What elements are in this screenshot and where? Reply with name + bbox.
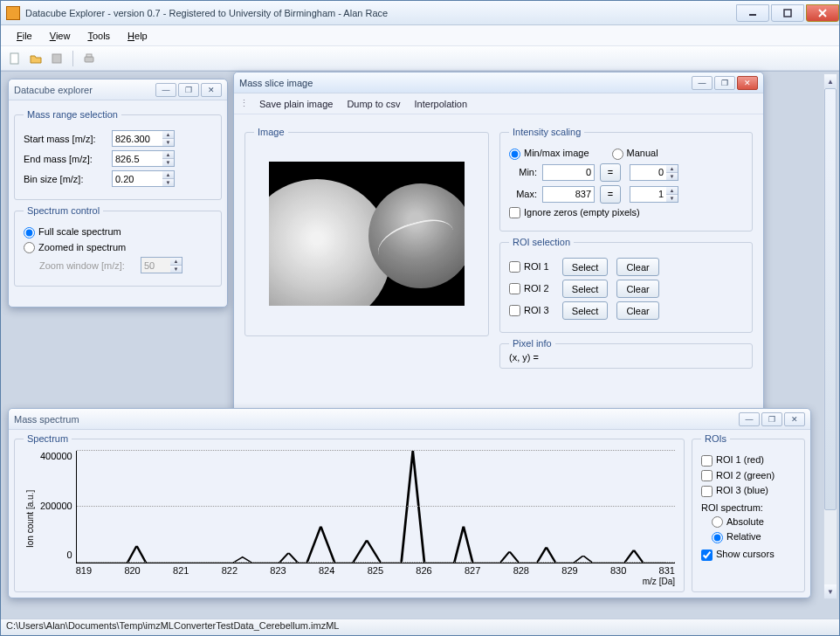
start-mass-input[interactable] xyxy=(112,130,162,147)
rois-legend: ROIs xyxy=(701,433,730,444)
spectrum-minimize[interactable]: — xyxy=(739,412,760,426)
intensity-legend: Intensity scaling xyxy=(509,127,584,137)
svg-rect-7 xyxy=(86,54,92,57)
close-button[interactable] xyxy=(806,4,839,22)
zoom-window-label: Zoom window [m/z]: xyxy=(39,260,135,271)
ignore-zeros-checkbox[interactable]: Ignore zeros (empty pixels) xyxy=(509,207,640,219)
chart-plot[interactable] xyxy=(76,451,675,563)
mass-range-group: Mass range selection Start mass [m/z]: ▲… xyxy=(14,109,222,200)
zoom-window-spinner: ▲▼ xyxy=(170,257,182,273)
interpolation[interactable]: Interpolation xyxy=(410,97,473,111)
end-mass-input[interactable] xyxy=(112,150,162,167)
menubar: File View Tools Help xyxy=(1,25,839,46)
max-label: Max: xyxy=(509,189,537,199)
roi-legend: ROI selection xyxy=(509,237,574,247)
mdi-area: Datacube explorer — ❐ ✕ Mass range selec… xyxy=(1,71,839,619)
pixel-info-legend: Pixel info xyxy=(509,338,555,349)
dump-to-csv[interactable]: Dump to csv xyxy=(341,97,405,111)
slice-titlebar[interactable]: Mass slice image — ❐ ✕ xyxy=(234,73,763,93)
explorer-titlebar[interactable]: Datacube explorer — ❐ ✕ xyxy=(9,80,227,100)
manual-radio[interactable]: Manual xyxy=(612,148,658,160)
pixel-info-value: (x, y) = xyxy=(509,352,743,363)
image-group: Image xyxy=(244,127,489,336)
spectrum-maximize[interactable]: ❐ xyxy=(761,412,782,426)
explorer-window: Datacube explorer — ❐ ✕ Mass range selec… xyxy=(8,79,228,308)
toolbar-separator xyxy=(72,51,73,66)
status-path: C:\Users\Alan\Documents\Temp\imzMLConver… xyxy=(6,620,339,631)
new-icon[interactable] xyxy=(6,50,24,67)
menu-help[interactable]: Help xyxy=(119,29,156,43)
explorer-maximize[interactable]: ❐ xyxy=(178,83,199,97)
slice-close[interactable]: ✕ xyxy=(737,76,758,90)
max-manual-input[interactable] xyxy=(630,186,666,203)
menu-tools[interactable]: Tools xyxy=(79,29,119,43)
maximize-button[interactable] xyxy=(771,4,804,22)
intensity-group: Intensity scaling Min/max image Manual M… xyxy=(499,127,753,232)
zoomed-radio[interactable]: Zoomed in spectrum xyxy=(24,242,126,254)
roi2-checkbox[interactable]: ROI 2 xyxy=(509,283,549,295)
roi3-clear[interactable]: Clear xyxy=(616,301,658,320)
print-icon[interactable] xyxy=(80,50,98,67)
explorer-close[interactable]: ✕ xyxy=(201,83,222,97)
app-icon xyxy=(6,6,20,20)
save-icon[interactable] xyxy=(48,50,65,67)
spectrum-roi2[interactable]: ROI 2 (green) xyxy=(701,470,775,482)
save-plain-image[interactable]: Save plain image xyxy=(254,97,338,111)
open-icon[interactable] xyxy=(27,50,45,67)
spectrum-roi3[interactable]: ROI 3 (blue) xyxy=(701,485,768,497)
menu-view[interactable]: View xyxy=(41,29,79,43)
bin-size-label: Bin size [m/z]: xyxy=(24,174,107,184)
relative-radio[interactable]: Relative xyxy=(712,531,761,543)
statusbar: C:\Users\Alan\Documents\Temp\imzMLConver… xyxy=(1,619,839,635)
spectrum-close[interactable]: ✕ xyxy=(784,412,805,426)
mdi-scrollbar[interactable]: ▲ ▼ xyxy=(823,73,837,599)
slice-maximize[interactable]: ❐ xyxy=(714,76,735,90)
full-scale-radio[interactable]: Full scale spectrum xyxy=(24,226,121,238)
roi-spectrum-label: ROI spectrum: xyxy=(701,502,795,513)
spectrum-titlebar[interactable]: Mass spectrum — ❐ ✕ xyxy=(9,409,810,430)
roi3-checkbox[interactable]: ROI 3 xyxy=(509,305,549,317)
roi3-select[interactable]: Select xyxy=(562,301,609,320)
start-mass-label: Start mass [m/z]: xyxy=(24,134,107,144)
minmax-radio[interactable]: Min/max image xyxy=(509,148,589,160)
chart-xlabel: m/z [Da] xyxy=(76,577,675,586)
start-mass-spinner[interactable]: ▲▼ xyxy=(162,130,175,147)
explorer-title: Datacube explorer xyxy=(14,85,155,95)
slice-window: Mass slice image — ❐ ✕ ⋮ Save plain imag… xyxy=(233,72,764,415)
min-readout[interactable] xyxy=(542,164,595,181)
bin-size-spinner[interactable]: ▲▼ xyxy=(162,170,175,187)
roi2-clear[interactable]: Clear xyxy=(616,280,658,298)
explorer-minimize[interactable]: — xyxy=(155,83,176,97)
slice-toolbar: ⋮ Save plain image Dump to csv Interpola… xyxy=(234,93,763,114)
spectrum-control-legend: Spectrum control xyxy=(24,205,103,216)
min-manual-input[interactable] xyxy=(630,164,666,181)
svg-rect-1 xyxy=(784,10,791,17)
roi2-select[interactable]: Select xyxy=(562,280,609,298)
chart-yticks: 4000002000000 xyxy=(37,451,76,560)
chart-xticks: 819820821822823824825826827828829830831 xyxy=(76,565,675,576)
show-cursors-checkbox[interactable]: Show cursors xyxy=(701,549,775,561)
menu-file[interactable]: File xyxy=(8,29,41,43)
max-readout[interactable] xyxy=(542,186,595,203)
minimize-button[interactable] xyxy=(736,4,769,22)
slice-title: Mass slice image xyxy=(239,78,692,88)
absolute-radio[interactable]: Absolute xyxy=(712,516,764,529)
slice-image[interactable] xyxy=(269,162,465,306)
end-mass-spinner[interactable]: ▲▼ xyxy=(162,150,175,167)
end-mass-label: End mass [m/z]: xyxy=(24,154,107,164)
toolbar xyxy=(1,46,839,71)
app-window: Datacube Explorer - version 0.7 - Regist… xyxy=(0,0,840,636)
bin-size-input[interactable] xyxy=(112,170,162,187)
roi1-checkbox[interactable]: ROI 1 xyxy=(509,261,549,273)
roi1-select[interactable]: Select xyxy=(562,258,609,276)
spectrum-roi1[interactable]: ROI 1 (red) xyxy=(701,454,764,467)
spectrum-legend: Spectrum xyxy=(24,433,72,444)
max-eq-button[interactable]: = xyxy=(600,185,621,204)
min-eq-button[interactable]: = xyxy=(600,163,621,182)
slice-minimize[interactable]: — xyxy=(692,76,713,90)
roi1-clear[interactable]: Clear xyxy=(616,258,658,276)
rois-group: ROIs ROI 1 (red) ROI 2 (green) ROI 3 (bl… xyxy=(692,433,805,592)
spectrum-control-group: Spectrum control Full scale spectrum Zoo… xyxy=(14,205,222,287)
spectrum-chart-group: Spectrum Ion count [a.u.] 4000002000000 … xyxy=(14,433,685,592)
spectrum-window: Mass spectrum — ❐ ✕ Spectrum Ion count [… xyxy=(8,408,811,598)
